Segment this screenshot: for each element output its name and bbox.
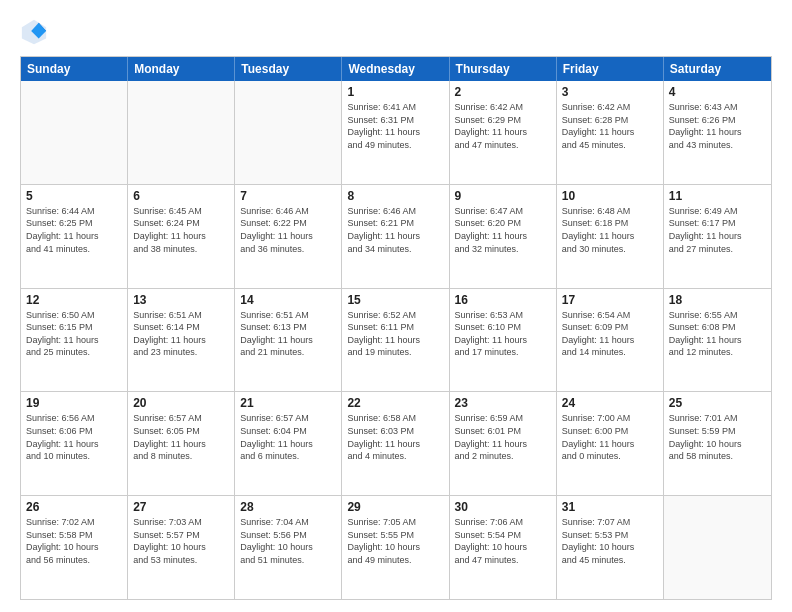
day-info: Sunrise: 7:04 AMSunset: 5:56 PMDaylight:… <box>240 516 336 566</box>
calendar-cell: 11Sunrise: 6:49 AMSunset: 6:17 PMDayligh… <box>664 185 771 288</box>
day-number: 25 <box>669 396 766 410</box>
day-number: 20 <box>133 396 229 410</box>
day-number: 30 <box>455 500 551 514</box>
day-number: 17 <box>562 293 658 307</box>
calendar-cell <box>235 81 342 184</box>
calendar-cell: 16Sunrise: 6:53 AMSunset: 6:10 PMDayligh… <box>450 289 557 392</box>
page: SundayMondayTuesdayWednesdayThursdayFrid… <box>0 0 792 612</box>
day-info: Sunrise: 7:05 AMSunset: 5:55 PMDaylight:… <box>347 516 443 566</box>
day-number: 19 <box>26 396 122 410</box>
calendar-cell: 6Sunrise: 6:45 AMSunset: 6:24 PMDaylight… <box>128 185 235 288</box>
day-info: Sunrise: 7:00 AMSunset: 6:00 PMDaylight:… <box>562 412 658 462</box>
day-info: Sunrise: 6:58 AMSunset: 6:03 PMDaylight:… <box>347 412 443 462</box>
calendar-body: 1Sunrise: 6:41 AMSunset: 6:31 PMDaylight… <box>21 81 771 599</box>
day-number: 3 <box>562 85 658 99</box>
calendar-cell: 9Sunrise: 6:47 AMSunset: 6:20 PMDaylight… <box>450 185 557 288</box>
day-info: Sunrise: 6:51 AMSunset: 6:13 PMDaylight:… <box>240 309 336 359</box>
day-number: 5 <box>26 189 122 203</box>
calendar-cell: 17Sunrise: 6:54 AMSunset: 6:09 PMDayligh… <box>557 289 664 392</box>
calendar-cell: 13Sunrise: 6:51 AMSunset: 6:14 PMDayligh… <box>128 289 235 392</box>
weekday-header-sunday: Sunday <box>21 57 128 81</box>
day-info: Sunrise: 6:45 AMSunset: 6:24 PMDaylight:… <box>133 205 229 255</box>
calendar-cell: 12Sunrise: 6:50 AMSunset: 6:15 PMDayligh… <box>21 289 128 392</box>
calendar-cell: 23Sunrise: 6:59 AMSunset: 6:01 PMDayligh… <box>450 392 557 495</box>
calendar-cell: 4Sunrise: 6:43 AMSunset: 6:26 PMDaylight… <box>664 81 771 184</box>
logo-icon <box>20 18 48 46</box>
day-info: Sunrise: 6:44 AMSunset: 6:25 PMDaylight:… <box>26 205 122 255</box>
calendar-cell: 27Sunrise: 7:03 AMSunset: 5:57 PMDayligh… <box>128 496 235 599</box>
day-info: Sunrise: 6:56 AMSunset: 6:06 PMDaylight:… <box>26 412 122 462</box>
calendar-row-1: 5Sunrise: 6:44 AMSunset: 6:25 PMDaylight… <box>21 185 771 289</box>
header <box>20 18 772 46</box>
day-info: Sunrise: 7:02 AMSunset: 5:58 PMDaylight:… <box>26 516 122 566</box>
day-number: 6 <box>133 189 229 203</box>
day-number: 14 <box>240 293 336 307</box>
calendar-cell: 18Sunrise: 6:55 AMSunset: 6:08 PMDayligh… <box>664 289 771 392</box>
calendar-cell: 14Sunrise: 6:51 AMSunset: 6:13 PMDayligh… <box>235 289 342 392</box>
day-number: 24 <box>562 396 658 410</box>
weekday-header-friday: Friday <box>557 57 664 81</box>
day-info: Sunrise: 6:46 AMSunset: 6:21 PMDaylight:… <box>347 205 443 255</box>
day-info: Sunrise: 7:03 AMSunset: 5:57 PMDaylight:… <box>133 516 229 566</box>
day-info: Sunrise: 6:41 AMSunset: 6:31 PMDaylight:… <box>347 101 443 151</box>
calendar-cell: 29Sunrise: 7:05 AMSunset: 5:55 PMDayligh… <box>342 496 449 599</box>
day-info: Sunrise: 6:54 AMSunset: 6:09 PMDaylight:… <box>562 309 658 359</box>
calendar-row-4: 26Sunrise: 7:02 AMSunset: 5:58 PMDayligh… <box>21 496 771 599</box>
calendar-cell: 1Sunrise: 6:41 AMSunset: 6:31 PMDaylight… <box>342 81 449 184</box>
day-info: Sunrise: 6:57 AMSunset: 6:04 PMDaylight:… <box>240 412 336 462</box>
calendar-cell: 25Sunrise: 7:01 AMSunset: 5:59 PMDayligh… <box>664 392 771 495</box>
day-number: 16 <box>455 293 551 307</box>
calendar-cell: 22Sunrise: 6:58 AMSunset: 6:03 PMDayligh… <box>342 392 449 495</box>
day-number: 10 <box>562 189 658 203</box>
day-number: 28 <box>240 500 336 514</box>
weekday-header-thursday: Thursday <box>450 57 557 81</box>
calendar-cell: 26Sunrise: 7:02 AMSunset: 5:58 PMDayligh… <box>21 496 128 599</box>
weekday-header-saturday: Saturday <box>664 57 771 81</box>
calendar-cell: 10Sunrise: 6:48 AMSunset: 6:18 PMDayligh… <box>557 185 664 288</box>
calendar-row-2: 12Sunrise: 6:50 AMSunset: 6:15 PMDayligh… <box>21 289 771 393</box>
calendar: SundayMondayTuesdayWednesdayThursdayFrid… <box>20 56 772 600</box>
day-info: Sunrise: 6:57 AMSunset: 6:05 PMDaylight:… <box>133 412 229 462</box>
day-info: Sunrise: 6:42 AMSunset: 6:29 PMDaylight:… <box>455 101 551 151</box>
calendar-cell: 5Sunrise: 6:44 AMSunset: 6:25 PMDaylight… <box>21 185 128 288</box>
calendar-cell: 28Sunrise: 7:04 AMSunset: 5:56 PMDayligh… <box>235 496 342 599</box>
day-number: 31 <box>562 500 658 514</box>
calendar-cell <box>21 81 128 184</box>
day-number: 22 <box>347 396 443 410</box>
logo <box>20 18 52 46</box>
day-number: 26 <box>26 500 122 514</box>
day-number: 11 <box>669 189 766 203</box>
calendar-cell: 8Sunrise: 6:46 AMSunset: 6:21 PMDaylight… <box>342 185 449 288</box>
day-info: Sunrise: 6:50 AMSunset: 6:15 PMDaylight:… <box>26 309 122 359</box>
day-number: 15 <box>347 293 443 307</box>
calendar-cell: 19Sunrise: 6:56 AMSunset: 6:06 PMDayligh… <box>21 392 128 495</box>
calendar-cell: 30Sunrise: 7:06 AMSunset: 5:54 PMDayligh… <box>450 496 557 599</box>
day-number: 2 <box>455 85 551 99</box>
calendar-cell: 3Sunrise: 6:42 AMSunset: 6:28 PMDaylight… <box>557 81 664 184</box>
day-info: Sunrise: 6:52 AMSunset: 6:11 PMDaylight:… <box>347 309 443 359</box>
day-info: Sunrise: 6:43 AMSunset: 6:26 PMDaylight:… <box>669 101 766 151</box>
day-info: Sunrise: 6:51 AMSunset: 6:14 PMDaylight:… <box>133 309 229 359</box>
day-number: 23 <box>455 396 551 410</box>
day-number: 21 <box>240 396 336 410</box>
calendar-cell: 20Sunrise: 6:57 AMSunset: 6:05 PMDayligh… <box>128 392 235 495</box>
weekday-header-wednesday: Wednesday <box>342 57 449 81</box>
day-number: 18 <box>669 293 766 307</box>
calendar-row-0: 1Sunrise: 6:41 AMSunset: 6:31 PMDaylight… <box>21 81 771 185</box>
calendar-cell <box>664 496 771 599</box>
day-info: Sunrise: 6:49 AMSunset: 6:17 PMDaylight:… <box>669 205 766 255</box>
calendar-header: SundayMondayTuesdayWednesdayThursdayFrid… <box>21 57 771 81</box>
calendar-row-3: 19Sunrise: 6:56 AMSunset: 6:06 PMDayligh… <box>21 392 771 496</box>
day-info: Sunrise: 6:59 AMSunset: 6:01 PMDaylight:… <box>455 412 551 462</box>
calendar-cell: 21Sunrise: 6:57 AMSunset: 6:04 PMDayligh… <box>235 392 342 495</box>
day-info: Sunrise: 6:42 AMSunset: 6:28 PMDaylight:… <box>562 101 658 151</box>
day-number: 27 <box>133 500 229 514</box>
calendar-cell: 24Sunrise: 7:00 AMSunset: 6:00 PMDayligh… <box>557 392 664 495</box>
day-number: 13 <box>133 293 229 307</box>
day-info: Sunrise: 6:53 AMSunset: 6:10 PMDaylight:… <box>455 309 551 359</box>
day-info: Sunrise: 7:06 AMSunset: 5:54 PMDaylight:… <box>455 516 551 566</box>
calendar-cell: 15Sunrise: 6:52 AMSunset: 6:11 PMDayligh… <box>342 289 449 392</box>
day-number: 9 <box>455 189 551 203</box>
weekday-header-tuesday: Tuesday <box>235 57 342 81</box>
calendar-cell: 7Sunrise: 6:46 AMSunset: 6:22 PMDaylight… <box>235 185 342 288</box>
